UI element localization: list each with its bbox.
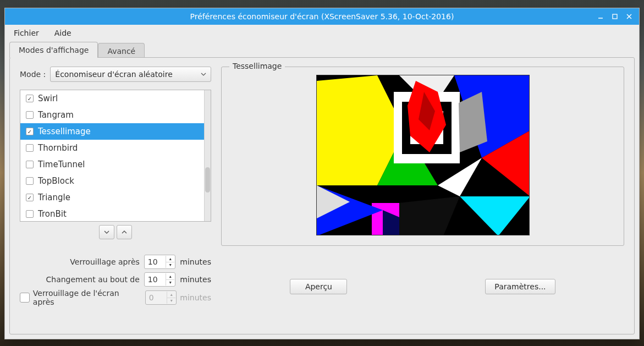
preview-frame: Tessellimage: [221, 67, 624, 246]
maximize-button[interactable]: [608, 10, 621, 23]
move-up-button[interactable]: [117, 225, 132, 239]
titlebar: Préférences économiseur d'écran (XScreen…: [5, 8, 639, 25]
menubar: Fichier Aide: [5, 25, 639, 41]
tab-panel: Mode : Économiseur d'écran aléatoire ✓Sw…: [9, 57, 635, 334]
blank-after-unit: minutes: [180, 257, 211, 266]
menu-file[interactable]: Fichier: [10, 26, 42, 40]
list-item[interactable]: Thornbird: [20, 140, 204, 156]
preview-button[interactable]: Aperçu: [290, 279, 347, 294]
list-item[interactable]: ✓Swirl: [20, 90, 204, 107]
scrollbar-thumb[interactable]: [205, 167, 210, 193]
list-item-label: TimeTunnel: [38, 160, 85, 169]
cycle-after-unit: minutes: [180, 275, 211, 284]
spin-down-icon[interactable]: ▾: [166, 262, 174, 268]
chevron-down-icon: [201, 70, 206, 79]
lock-after-value: 0: [149, 293, 154, 302]
tab-strip: Modes d'affichage Avancé: [5, 42, 639, 58]
checkbox-icon[interactable]: [26, 111, 34, 119]
blank-after-label: Verrouillage après: [20, 257, 140, 266]
window-buttons: [594, 8, 636, 25]
cycle-after-label: Changement au bout de: [20, 275, 140, 284]
checkbox-icon[interactable]: ✓: [26, 128, 34, 135]
checkbox-icon[interactable]: [26, 177, 34, 185]
list-item-label: Tangram: [38, 110, 74, 120]
list-item[interactable]: TimeTunnel: [20, 156, 204, 173]
checkbox-icon[interactable]: ✓: [26, 194, 34, 201]
mode-select[interactable]: Économiseur d'écran aléatoire: [50, 67, 211, 82]
left-column: Mode : Économiseur d'écran aléatoire ✓Sw…: [20, 67, 211, 306]
window: Préférences économiseur d'écran (XScreen…: [4, 8, 640, 339]
preview-image: [316, 75, 530, 235]
list-item-label: Tessellimage: [38, 127, 91, 136]
lock-label: Verrouillage de l'écran après: [33, 289, 142, 306]
checkbox-icon[interactable]: ✓: [26, 95, 34, 102]
tab-advanced[interactable]: Avancé: [98, 43, 145, 59]
minimize-button[interactable]: [594, 10, 607, 23]
preview-title: Tessellimage: [229, 62, 285, 70]
list-item[interactable]: Tangram: [20, 107, 204, 123]
scrollbar[interactable]: [204, 90, 211, 221]
spin-up-icon[interactable]: ▴: [166, 273, 174, 280]
move-down-button[interactable]: [99, 225, 114, 239]
mode-label: Mode :: [20, 70, 46, 79]
tab-display-modes[interactable]: Modes d'affichage: [9, 42, 98, 58]
list-item-label: TopBlock: [38, 176, 74, 186]
lock-after-input: 0 ▴▾: [145, 290, 177, 305]
close-button[interactable]: [623, 10, 636, 23]
list-item[interactable]: TopBlock: [20, 173, 204, 189]
blank-after-input[interactable]: 10 ▴▾: [144, 255, 176, 269]
checkbox-icon[interactable]: [26, 161, 34, 168]
cycle-after-value: 10: [148, 275, 158, 284]
list-item[interactable]: ✓Tessellimage: [20, 123, 204, 140]
spin-up-icon[interactable]: ▴: [166, 256, 174, 262]
spin-down-icon[interactable]: ▾: [166, 280, 174, 286]
svg-rect-1: [613, 14, 617, 19]
list-item[interactable]: TronBit: [20, 206, 204, 221]
settings-button[interactable]: Paramètres...: [485, 279, 555, 294]
window-title: Préférences économiseur d'écran (XScreen…: [190, 12, 454, 21]
list-item-label: TronBit: [38, 209, 67, 219]
list-item-label: Swirl: [38, 94, 58, 103]
lock-after-unit: minutes: [180, 293, 211, 302]
list-item-label: Thornbird: [38, 143, 78, 153]
screensaver-list: ✓SwirlTangram✓TessellimageThornbirdTimeT…: [20, 90, 211, 222]
checkbox-icon[interactable]: [26, 144, 34, 152]
lock-checkbox[interactable]: [20, 293, 30, 303]
spin-up-icon: ▴: [167, 292, 175, 298]
cycle-after-input[interactable]: 10 ▴▾: [144, 272, 176, 287]
menu-help[interactable]: Aide: [51, 26, 75, 40]
spin-down-icon: ▾: [167, 298, 175, 304]
list-item-label: Triangle: [38, 193, 70, 202]
list-item[interactable]: ✓Triangle: [20, 189, 204, 206]
mode-select-value: Économiseur d'écran aléatoire: [55, 70, 172, 79]
checkbox-icon[interactable]: [26, 210, 34, 218]
blank-after-value: 10: [148, 257, 158, 266]
